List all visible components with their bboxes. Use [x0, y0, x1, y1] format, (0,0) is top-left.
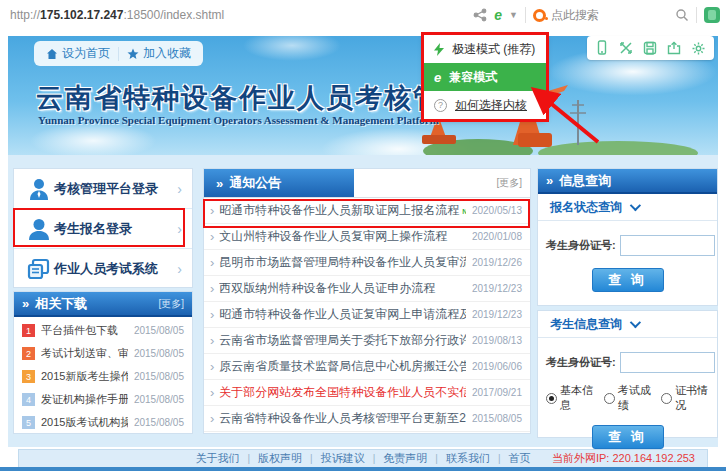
footer-link-about[interactable]: 关于我们 [195, 451, 239, 466]
radio-exam-score[interactable]: 考试成绩 [604, 383, 654, 413]
menu-item-label: 考核管理平台登录 [54, 180, 177, 198]
browser-engine-icon[interactable]: e [494, 7, 502, 23]
notices-more-link[interactable]: [更多] [354, 169, 530, 197]
radio-icon [604, 393, 615, 404]
radio-basic-info[interactable]: 基本信息 [546, 383, 596, 413]
download-item[interactable]: 5 2015版考试机构操... 2015/08/05 [22, 411, 184, 434]
download-label: 平台插件包下载 [41, 323, 128, 338]
notice-label: 关于部分网站发布全国特种设备作业人员不实信息... [219, 384, 466, 401]
signup-status-subheader[interactable]: 报名状态查询 [538, 194, 717, 221]
bullet-icon: › [210, 281, 214, 296]
login-menu-panel: 考核管理平台登录 › 考生报名登录 › 作业人员考试系统 › [13, 168, 193, 288]
external-ip-text: 当前外网IP: 220.164.192.253 [552, 451, 695, 466]
footer-link-contact[interactable]: 联系我们 [446, 451, 490, 466]
set-homepage-label: 设为首页 [62, 45, 110, 62]
search-engine-logo-icon [533, 9, 546, 22]
rank-badge: 5 [22, 416, 35, 429]
menu-item-assessment-platform-login[interactable]: 考核管理平台登录 › [14, 169, 192, 209]
menu-item-kernel-help[interactable]: ? 如何选择内核 [424, 91, 546, 119]
divider [696, 7, 697, 23]
lightning-icon [434, 43, 444, 56]
notice-item[interactable]: › 云南省特种设备作业人员考核管理平台更新至20... 2015/08/05 [204, 406, 530, 432]
browser-search-box[interactable]: 点此搜索 [533, 7, 668, 24]
browser-app-icon[interactable] [704, 7, 720, 23]
engine-chevron-down-icon[interactable]: ▼ [509, 10, 518, 20]
footer-link-home[interactable]: 首页 [509, 451, 531, 466]
chevron-right-icon: › [177, 181, 182, 197]
download-item[interactable]: 2 考试计划送审、审核 ... 2015/08/05 [22, 342, 184, 365]
share-icon[interactable] [473, 8, 487, 22]
id-number-input[interactable] [620, 352, 715, 373]
notice-item-alert[interactable]: › 关于部分网站发布全国特种设备作业人员不实信息... 2017/09/21 [204, 380, 530, 406]
menu-item-label: 考生报名登录 [54, 220, 177, 238]
browser-address-bar: http://175.102.17.247:18500/index.shtml … [0, 0, 726, 30]
download-item[interactable]: 3 2015新版考生操作... 2015/08/05 [22, 365, 184, 388]
add-favorite-link[interactable]: 加入收藏 [127, 45, 191, 62]
divider: | [247, 453, 250, 464]
rank-badge: 1 [22, 324, 35, 337]
footer-link-copyright[interactable]: 版权声明 [258, 451, 302, 466]
download-item[interactable]: 4 发证机构操作手册 2015/08/05 [22, 388, 184, 411]
url-prefix: http:// [10, 8, 40, 22]
share-out-icon[interactable] [667, 41, 681, 55]
notice-date: 2019/08/13 [472, 335, 522, 346]
radio-icon [661, 393, 672, 404]
download-date: 2015/08/05 [134, 417, 184, 428]
menu-item-label: 作业人员考试系统 [54, 260, 177, 278]
notice-label: 西双版纳州特种设备作业人员证申办流程 [219, 280, 466, 297]
notices-tab: » 通知公告 [204, 169, 354, 197]
downloads-more-link[interactable]: [更多] [158, 297, 184, 311]
notice-label: 原云南省质量技术监督局信息中心机房搬迁公告 [219, 358, 466, 375]
notice-item[interactable]: › 西双版纳州特种设备作业人员证申办流程 2019/12/23 [204, 276, 530, 302]
notice-item[interactable]: › 昆明市市场监督管理局特种设备作业人员复审流程... 2019/12/26 [204, 250, 530, 276]
download-item[interactable]: 1 平台插件包下载 2015/08/05 [22, 319, 184, 342]
menu-item-label: 兼容模式 [449, 69, 497, 86]
notice-item[interactable]: › 昭通市特种设备作业人员证复审网上申请流程及相... 2019/12/23 [204, 302, 530, 328]
download-date: 2015/08/05 [134, 371, 184, 382]
download-date: 2015/08/05 [134, 325, 184, 336]
save-icon[interactable] [643, 41, 657, 55]
query-button[interactable]: 查 询 [592, 268, 664, 292]
divider [525, 7, 526, 23]
magnifier-icon[interactable] [675, 8, 689, 22]
mobile-icon[interactable] [595, 40, 609, 56]
menu-item-compat-mode[interactable]: e 兼容模式 [424, 63, 546, 91]
url-text[interactable]: http://175.102.17.247:18500/index.shtml [10, 8, 224, 22]
radio-icon [546, 393, 557, 404]
new-badge: NEW [462, 208, 466, 215]
bullet-icon: › [210, 333, 214, 348]
set-homepage-link[interactable]: 设为首页 [46, 45, 110, 62]
settings-gear-icon[interactable] [691, 41, 706, 56]
double-chevron-icon: » [22, 296, 29, 311]
menu-item-candidate-signup-login[interactable]: 考生报名登录 › [14, 209, 192, 249]
notice-item[interactable]: › 昭通市特种设备作业人员新取证网上报名流程NEW 2020/05/13 [204, 198, 530, 224]
notice-item[interactable]: › 文山州特种设备作业人员复审网上操作流程 2020/01/08 [204, 224, 530, 250]
double-chevron-icon: » [216, 176, 223, 191]
notice-item[interactable]: › 原云南省质量技术监督局信息中心机房搬迁公告 2019/06/06 [204, 354, 530, 380]
bullet-icon: › [210, 359, 214, 374]
downloads-header: » 相关下载 [更多] [14, 292, 192, 317]
main-content: 考核管理平台登录 › 考生报名登录 › 作业人员考试系统 › » 相关下载 [更… [8, 155, 718, 447]
footer-link-complaints[interactable]: 投诉建议 [321, 451, 365, 466]
id-number-input[interactable] [620, 235, 715, 256]
double-chevron-icon: » [546, 173, 553, 188]
notice-item[interactable]: › 云南省市场监督管理局关于委托下放部分行政许可... 2019/08/13 [204, 328, 530, 354]
page: http://175.102.17.247:18500/index.shtml … [0, 0, 726, 471]
divider: | [373, 453, 376, 464]
ie-icon: e [434, 70, 441, 85]
chevron-down-icon [630, 317, 641, 328]
bullet-icon: › [210, 385, 214, 400]
fullscreen-icon[interactable] [619, 41, 633, 55]
menu-item-speed-mode[interactable]: 极速模式 (推荐) [424, 35, 546, 63]
radio-certificate[interactable]: 证书情况 [661, 383, 711, 413]
download-label: 发证机构操作手册 [41, 392, 128, 407]
rank-badge: 3 [22, 370, 35, 383]
query-button[interactable]: 查 询 [592, 425, 664, 449]
notice-date: 2019/12/23 [472, 283, 522, 294]
notice-date: 2020/05/13 [472, 205, 522, 216]
candidate-info-subheader[interactable]: 考生信息查询 [538, 311, 717, 338]
menu-item-exam-system[interactable]: 作业人员考试系统 › [14, 249, 192, 289]
rank-badge: 2 [22, 347, 35, 360]
footer-link-disclaimer[interactable]: 免责声明 [383, 451, 427, 466]
notice-label: 云南省特种设备作业人员考核管理平台更新至20... [219, 410, 466, 427]
